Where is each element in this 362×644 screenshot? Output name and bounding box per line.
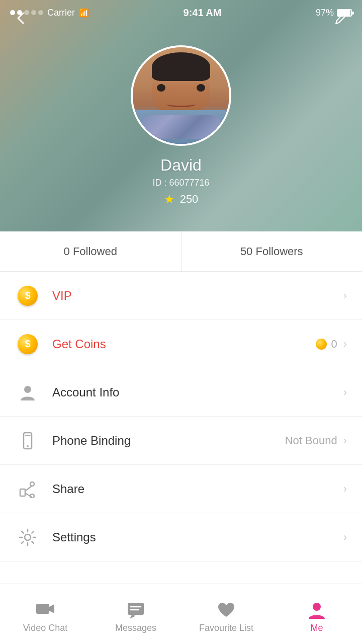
svg-point-15 [313, 603, 321, 611]
settings-label: Settings [52, 530, 341, 544]
svg-point-0 [24, 386, 31, 393]
vip-chevron: › [343, 289, 347, 302]
get-coins-label: Get Coins [52, 337, 316, 351]
menu-item-settings[interactable]: Settings › [0, 513, 362, 561]
followed-count: 0 [64, 245, 70, 258]
account-info-chevron: › [343, 386, 347, 399]
followed-label: Followed [73, 245, 117, 258]
menu-list: $ VIP › $ Get Coins 0 › Account Info › [0, 272, 362, 584]
stats-bar: 0 Followed 50 Followers [0, 231, 362, 272]
tab-messages[interactable]: Messages [90, 595, 181, 633]
svg-rect-4 [20, 489, 25, 496]
avatar-eye-left [157, 84, 165, 92]
svg-point-2 [27, 445, 29, 447]
star-count: 250 [180, 193, 199, 206]
menu-item-phone-binding[interactable]: Phone Binding Not Bound › [0, 417, 362, 465]
account-info-label: Account Info [52, 385, 341, 399]
phone-binding-chevron: › [343, 434, 347, 447]
tab-favourite-list[interactable]: Favourite List [181, 595, 272, 633]
svg-point-8 [25, 534, 31, 540]
edit-button[interactable] [330, 7, 352, 29]
avatar-eyes [157, 84, 205, 92]
settings-chevron: › [343, 531, 347, 544]
svg-rect-11 [128, 603, 144, 615]
account-info-icon [15, 380, 40, 405]
svg-point-6 [30, 494, 34, 498]
phone-binding-icon [15, 428, 40, 453]
get-coins-chevron: › [343, 338, 347, 351]
followed-stat[interactable]: 0 Followed [0, 231, 182, 271]
menu-item-share[interactable]: Share › [0, 465, 362, 513]
svg-marker-10 [49, 604, 54, 613]
avatar-face [133, 47, 229, 144]
avatar-smile [166, 102, 196, 108]
tab-me-label: Me [310, 623, 323, 633]
avatar-eye-right [197, 84, 205, 92]
profile-name: David [0, 156, 362, 175]
profile-info: David ID : 66077716 ★ 250 [0, 156, 362, 206]
share-chevron: › [343, 482, 347, 496]
vip-icon: $ [15, 283, 40, 308]
tab-favourite-list-label: Favourite List [199, 623, 253, 633]
svg-point-5 [30, 482, 34, 486]
get-coins-right: 0 › [316, 338, 347, 351]
svg-marker-12 [130, 615, 136, 619]
menu-item-get-coins[interactable]: $ Get Coins 0 › [0, 320, 362, 368]
get-coins-icon: $ [15, 332, 40, 357]
share-right: › [341, 482, 347, 496]
tab-bar: Video Chat Messages Favourite List Me [0, 584, 362, 644]
followers-count: 50 [240, 245, 252, 258]
tab-messages-label: Messages [115, 623, 156, 633]
coins-count: 0 [331, 338, 337, 351]
avatar [131, 45, 231, 146]
back-button[interactable] [10, 7, 32, 29]
vip-label: VIP [52, 289, 341, 303]
followers-label: Followers [255, 245, 303, 258]
star-icon: ★ [164, 192, 175, 206]
followers-stat[interactable]: 50 Followers [182, 231, 363, 271]
status-bar: Carrier 📶 9:41 AM 97% [0, 0, 362, 25]
coin-badge-icon [316, 339, 327, 350]
avatar-circle [131, 45, 231, 146]
share-icon [15, 476, 40, 502]
account-info-right: › [341, 386, 347, 399]
carrier-text: Carrier [47, 8, 75, 18]
phone-binding-right: Not Bound › [285, 434, 347, 447]
tab-video-chat[interactable]: Video Chat [0, 595, 90, 633]
settings-right: › [341, 531, 347, 544]
tab-me[interactable]: Me [272, 595, 362, 633]
profile-id: ID : 66077716 [0, 178, 362, 188]
avatar-scarf [142, 115, 220, 139]
vip-right: › [341, 289, 347, 302]
share-label: Share [52, 482, 341, 496]
wifi-icon: 📶 [79, 8, 89, 18]
phone-binding-label: Phone Binding [52, 434, 285, 448]
menu-item-vip[interactable]: $ VIP › [0, 272, 362, 320]
tab-video-chat-label: Video Chat [23, 623, 68, 633]
status-time: 9:41 AM [184, 7, 222, 19]
settings-icon [15, 525, 40, 550]
coin-icon-coins: $ [18, 334, 38, 354]
avatar-hair [152, 52, 210, 82]
coin-icon-vip: $ [18, 286, 38, 306]
not-bound-text: Not Bound [285, 434, 337, 447]
svg-rect-9 [36, 604, 49, 614]
menu-item-account-info[interactable]: Account Info › [0, 368, 362, 417]
profile-stars: ★ 250 [0, 192, 362, 206]
